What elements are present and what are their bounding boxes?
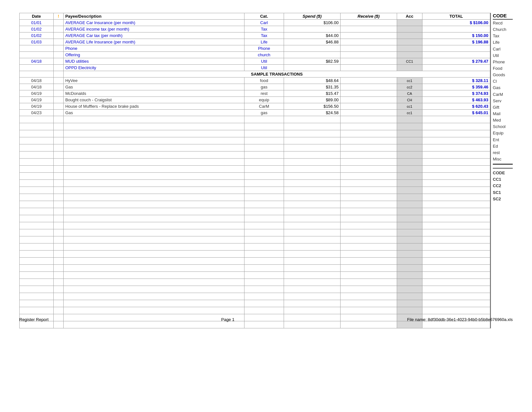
td-total: $ 279.47 <box>422 58 490 65</box>
td-empty-excl <box>53 159 64 166</box>
dollar-sign: $ <box>472 91 474 96</box>
empty-row <box>20 279 490 286</box>
td-empty-spend <box>284 251 341 258</box>
td-empty-total <box>422 201 490 208</box>
td-empty-payee <box>64 236 244 243</box>
td-spend <box>284 52 341 58</box>
td-spend <box>284 26 341 32</box>
td-acc <box>397 20 422 26</box>
td-empty-receive <box>340 130 397 137</box>
td-empty-total <box>422 307 490 314</box>
td-empty-date <box>20 194 54 201</box>
td-empty-payee <box>64 307 244 314</box>
td-empty-excl <box>53 130 64 137</box>
td-cat: Util <box>244 65 284 71</box>
td-excl <box>53 84 64 90</box>
total-value: 279.47 <box>475 59 488 64</box>
code-items-list: RecdChurchTaxLifeCarlUtilPhoneFoodGoodsC… <box>493 20 513 162</box>
td-spend <box>284 45 341 52</box>
td-total: $ 645.01 <box>422 110 490 116</box>
td-empty-acc <box>397 279 422 286</box>
td-empty-date <box>20 208 54 215</box>
total-value: 645.01 <box>475 110 488 115</box>
td-empty-date <box>20 300 54 307</box>
table-row: 04/23 Gas gas $24.58 cc1 $ 645.01 <box>20 110 490 116</box>
td-empty-acc <box>397 236 422 243</box>
td-empty-payee <box>64 208 244 215</box>
total-value: 150.00 <box>475 33 488 38</box>
td-empty-cat <box>244 300 284 307</box>
td-empty-date <box>20 151 54 159</box>
td-empty-payee <box>64 144 244 151</box>
table-row: 04/19 House of Mufflers - Replace brake … <box>20 103 490 110</box>
td-empty-cat <box>244 173 284 180</box>
td-empty-receive <box>340 307 397 314</box>
td-date <box>20 45 54 52</box>
td-empty-spend <box>284 293 341 300</box>
td-empty-cat <box>244 123 284 130</box>
dollar-sign: $ <box>472 104 474 109</box>
empty-row <box>20 166 490 173</box>
total-value: 374.93 <box>475 91 488 96</box>
page-container: Date ! Payee/Description Cat. Spend ($) … <box>6 13 526 328</box>
td-empty-excl <box>53 187 64 194</box>
td-date: 04/23 <box>20 110 54 116</box>
td-empty-acc <box>397 194 422 201</box>
td-empty-total <box>422 123 490 130</box>
td-empty-spend <box>284 180 341 187</box>
empty-row <box>20 201 490 208</box>
td-empty-excl <box>53 286 64 293</box>
empty-row <box>20 300 490 307</box>
td-cat: Util <box>244 58 284 65</box>
code-list-bottom-item: SC2 <box>493 196 513 202</box>
td-empty-cat <box>244 159 284 166</box>
table-row: 01/02 AVERAGE Car tax (per month) Tax $4… <box>20 32 490 39</box>
code-list-item: Cl <box>493 78 513 85</box>
td-empty-receive <box>340 286 397 293</box>
col-header-receive: Receive ($) <box>340 13 397 20</box>
table-row: 04/18 HyVee food $48.64 cc1 $ 328.11 <box>20 78 490 84</box>
td-acc <box>397 65 422 71</box>
td-empty-spend <box>284 229 341 236</box>
code-sidebar-divider <box>493 164 513 165</box>
td-empty-cat <box>244 293 284 300</box>
td-empty-acc <box>397 137 422 144</box>
td-empty-excl <box>53 243 64 251</box>
td-empty-cat <box>244 243 284 251</box>
td-excl <box>53 58 64 65</box>
table-row: 04/18 Gas gas $31.35 cc2 $ 359.46 <box>20 84 490 90</box>
empty-row <box>20 215 490 222</box>
code-list-bottom-item: SC1 <box>493 189 513 196</box>
td-empty-receive <box>340 123 397 130</box>
td-empty-total <box>422 222 490 229</box>
col-header-spend: Spend ($) <box>284 13 341 20</box>
td-payee: Offering <box>64 52 244 58</box>
td-empty-date <box>20 137 54 144</box>
page-footer: Register Report Page 1 File name: 8df30d… <box>6 314 526 325</box>
td-empty-total <box>422 286 490 293</box>
td-total <box>422 65 490 71</box>
td-spend: $31.35 <box>284 84 341 90</box>
td-empty-cat <box>244 187 284 194</box>
td-date: 04/18 <box>20 84 54 90</box>
td-empty-cat <box>244 137 284 144</box>
td-empty-cat <box>244 194 284 201</box>
td-empty-date <box>20 265 54 272</box>
td-empty-spend <box>284 286 341 293</box>
empty-row <box>20 229 490 236</box>
td-excl <box>53 103 64 110</box>
td-empty-acc <box>397 208 422 215</box>
td-empty-excl <box>53 265 64 272</box>
td-empty-spend <box>284 166 341 173</box>
td-acc: CC1 <box>397 58 422 65</box>
td-cat: rest <box>244 90 284 97</box>
td-acc: cc2 <box>397 84 422 90</box>
td-empty-date <box>20 286 54 293</box>
td-excl <box>53 32 64 39</box>
td-empty-date <box>20 251 54 258</box>
empty-row <box>20 307 490 314</box>
td-empty-acc <box>397 201 422 208</box>
td-empty-date <box>20 166 54 173</box>
td-empty-acc <box>397 286 422 293</box>
empty-row <box>20 222 490 229</box>
